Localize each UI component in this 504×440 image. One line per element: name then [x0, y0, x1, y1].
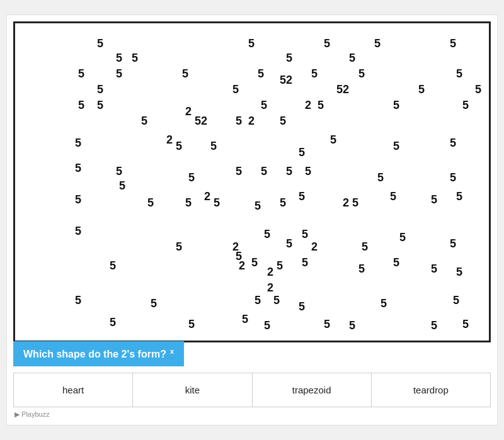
- number-five: 5: [330, 133, 336, 147]
- number-five: 5: [182, 67, 188, 81]
- number-five: 5: [450, 237, 456, 251]
- number-five: 5: [132, 52, 138, 65]
- number-five: 5: [450, 137, 456, 150]
- number-five: 5: [399, 231, 406, 244]
- close-icon[interactable]: x: [170, 347, 174, 355]
- number-five: 5: [456, 266, 462, 279]
- number-five: 5: [255, 200, 261, 213]
- answer-heart[interactable]: heart: [14, 373, 133, 407]
- number-five: 5: [302, 256, 308, 269]
- answer-teardrop[interactable]: teardrop: [372, 373, 490, 407]
- number-five: 5: [258, 67, 264, 81]
- number-five: 5: [110, 259, 116, 273]
- number-five: 5: [277, 259, 283, 273]
- number-five: 5: [110, 316, 116, 329]
- number-two: 2: [204, 190, 210, 203]
- number-five: 5: [97, 83, 103, 96]
- number-five: 5: [78, 99, 84, 112]
- number-five: 5: [456, 190, 462, 203]
- number-two: 2: [343, 83, 349, 96]
- number-five: 5: [450, 37, 456, 50]
- number-five: 5: [299, 146, 305, 159]
- number-five: 5: [214, 196, 220, 210]
- number-five: 5: [393, 99, 399, 112]
- number-five: 5: [255, 294, 261, 307]
- number-five: 5: [151, 297, 157, 310]
- answer-trapezoid[interactable]: trapezoid: [253, 373, 372, 407]
- number-five: 5: [251, 256, 258, 269]
- number-five: 5: [176, 240, 182, 254]
- number-five: 5: [273, 294, 280, 307]
- number-five: 5: [352, 196, 358, 210]
- number-five: 5: [393, 140, 399, 153]
- number-five: 5: [456, 67, 462, 81]
- number-two: 2: [286, 74, 292, 87]
- number-five: 5: [78, 67, 84, 81]
- number-five: 5: [141, 115, 147, 128]
- number-five: 5: [286, 237, 292, 251]
- number-five: 5: [116, 67, 122, 81]
- number-five: 5: [286, 165, 292, 178]
- number-five: 5: [280, 196, 286, 210]
- number-five: 5: [349, 319, 355, 332]
- number-two: 2: [343, 196, 349, 210]
- playbuzz-logo: ▶ Playbuzz: [14, 410, 50, 418]
- number-five: 5: [75, 137, 81, 150]
- number-two: 2: [267, 281, 273, 295]
- number-five: 5: [261, 165, 267, 178]
- number-five: 5: [299, 190, 305, 203]
- number-five: 5: [261, 99, 267, 112]
- puzzle-area: 5555555555555555255255555552525255255552…: [13, 21, 491, 342]
- main-container: 5555555555555555255255555552525255255552…: [6, 14, 498, 426]
- number-five: 5: [195, 115, 201, 128]
- number-five: 5: [97, 99, 103, 112]
- number-five: 5: [248, 37, 255, 50]
- number-five: 5: [318, 99, 324, 112]
- footer-label: ▶ Playbuzz: [13, 407, 491, 419]
- number-five: 5: [286, 52, 292, 65]
- number-five: 5: [116, 165, 122, 178]
- number-five: 5: [381, 297, 387, 310]
- number-five: 5: [188, 318, 195, 331]
- number-five: 5: [236, 165, 242, 178]
- number-five: 5: [393, 256, 399, 269]
- number-five: 5: [377, 171, 384, 184]
- number-five: 5: [75, 162, 81, 175]
- number-five: 5: [75, 225, 81, 238]
- number-five: 5: [336, 83, 343, 96]
- number-five: 5: [302, 228, 308, 241]
- number-five: 5: [358, 262, 365, 276]
- number-five: 5: [299, 300, 305, 313]
- number-two: 2: [201, 115, 207, 128]
- number-five: 5: [188, 171, 195, 184]
- number-five: 5: [418, 83, 425, 96]
- answer-kite[interactable]: kite: [133, 373, 252, 407]
- number-five: 5: [431, 319, 437, 332]
- number-five: 5: [242, 313, 248, 326]
- number-five: 5: [305, 165, 311, 178]
- number-two: 2: [166, 133, 173, 147]
- number-five: 5: [119, 179, 125, 193]
- number-two: 2: [267, 266, 273, 279]
- number-two: 2: [185, 105, 192, 118]
- number-five: 5: [176, 140, 182, 153]
- number-five: 5: [185, 196, 192, 210]
- number-five: 5: [264, 319, 270, 332]
- number-five: 5: [97, 37, 103, 50]
- number-five: 5: [431, 193, 437, 206]
- number-five: 5: [431, 262, 437, 276]
- number-two: 2: [239, 259, 245, 273]
- number-five: 5: [462, 318, 469, 331]
- number-five: 5: [324, 318, 330, 331]
- number-five: 5: [358, 67, 365, 81]
- number-five: 5: [374, 37, 381, 50]
- question-text: Which shape do the 2's form?: [23, 349, 166, 359]
- number-two: 2: [248, 115, 255, 128]
- number-five: 5: [462, 99, 469, 112]
- number-five: 5: [236, 115, 242, 128]
- number-five: 5: [324, 37, 330, 50]
- number-two: 2: [305, 99, 311, 112]
- number-five: 5: [280, 74, 286, 87]
- number-five: 5: [390, 190, 396, 203]
- number-five: 5: [453, 294, 459, 307]
